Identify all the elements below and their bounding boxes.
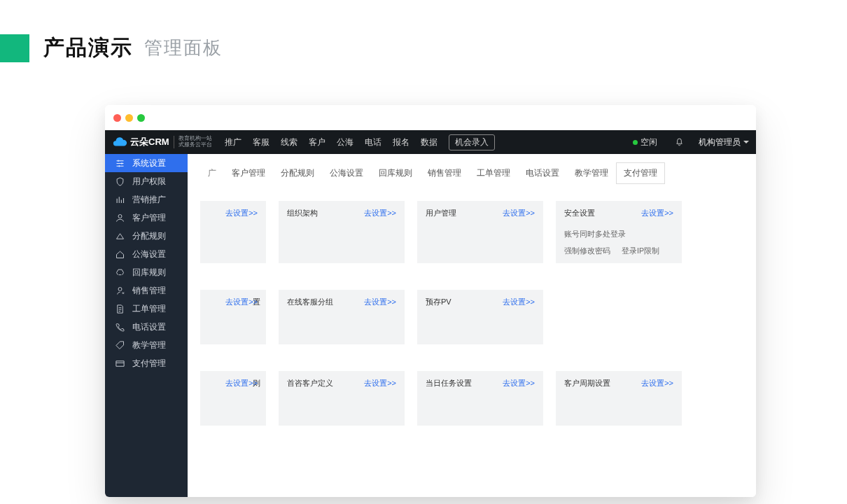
topnav-item[interactable]: 数据 <box>421 136 438 148</box>
go-settings-link[interactable]: 去设置>> <box>225 297 258 307</box>
house-icon <box>115 249 125 260</box>
sidebar-item-customer-mgmt[interactable]: 客户管理 <box>105 209 188 227</box>
settings-card[interactable]: 置 去设置>> <box>200 290 266 344</box>
go-settings-link[interactable]: 去设置>> <box>503 208 535 218</box>
logo-text: 云朵CRM <box>130 136 169 148</box>
go-settings-link[interactable]: 去设置>> <box>641 208 673 218</box>
sidebar-item-label: 支付管理 <box>132 358 166 370</box>
sidebar-item-label: 系统设置 <box>132 158 166 169</box>
logo-cloud-icon <box>112 134 127 150</box>
settings-card[interactable]: 客户周期设置 去设置>> <box>556 371 682 426</box>
sidebar-item-return-rules[interactable]: 回库规则 <box>105 263 188 281</box>
top-nav: 推广 客服 线索 客户 公海 电话 报名 数据 机会录入 <box>225 134 495 150</box>
sidebar-item-teaching-mgmt[interactable]: 教学管理 <box>105 336 188 354</box>
tab-item[interactable]: 公海设置 <box>322 162 371 184</box>
topnav-item[interactable]: 电话 <box>365 136 382 148</box>
tab-item[interactable]: 工单管理 <box>469 162 518 184</box>
sidebar-item-payment-mgmt[interactable]: 支付管理 <box>105 354 188 372</box>
tab-item[interactable]: 分配规则 <box>273 162 322 184</box>
cards-row: 则 去设置>> 首咨客户定义 去设置>> 当日任务设置 去设置>> 客户周期设置… <box>200 371 743 426</box>
sidebar-item-marketing[interactable]: 营销推广 <box>105 190 188 209</box>
tab-item[interactable]: 回库规则 <box>371 162 420 184</box>
go-settings-link[interactable]: 去设置>> <box>225 208 258 218</box>
sidebar-item-system-settings[interactable]: 系统设置 <box>105 154 188 172</box>
sidebar-item-label: 客户管理 <box>132 212 166 224</box>
card-title: 预存PV <box>426 298 451 306</box>
topnav-item[interactable]: 线索 <box>281 136 298 148</box>
recycle-icon <box>115 267 125 278</box>
go-settings-link[interactable]: 去设置>> <box>503 297 535 307</box>
settings-card[interactable]: 当日任务设置 去设置>> <box>417 371 543 426</box>
topnav-item[interactable]: 公海 <box>337 136 354 148</box>
card-title: 首咨客户定义 <box>287 379 333 387</box>
go-settings-link[interactable]: 去设置>> <box>503 378 535 388</box>
go-settings-link[interactable]: 去设置>> <box>364 208 396 218</box>
card-title: 用户管理 <box>426 209 456 217</box>
sliders-icon <box>115 158 125 169</box>
card-subitem: 强制修改密码 <box>564 246 610 256</box>
sidebar-item-label: 用户权限 <box>132 176 166 188</box>
sidebar-item-label: 工单管理 <box>132 303 166 315</box>
user-label: 机构管理员 <box>699 136 741 148</box>
bell-icon[interactable] <box>674 136 685 148</box>
card-title: 当日任务设置 <box>426 379 472 387</box>
document-icon <box>115 304 125 314</box>
settings-card[interactable]: 则 去设置>> <box>200 371 266 426</box>
cards-row: 置 去设置>> 在线客服分组 去设置>> 预存PV 去设置>> <box>200 290 743 344</box>
sidebar-item-label: 销售管理 <box>132 285 166 297</box>
phone-icon <box>115 322 125 332</box>
card-title: 在线客服分组 <box>287 298 333 306</box>
card-title: 客户周期设置 <box>564 379 610 387</box>
topnav-item[interactable]: 报名 <box>393 136 410 148</box>
go-settings-link[interactable]: 去设置>> <box>364 297 396 307</box>
settings-card[interactable]: 组织架构 去设置>> <box>279 201 405 263</box>
topnav-item[interactable]: 客服 <box>253 136 270 148</box>
sidebar-item-user-permissions[interactable]: 用户权限 <box>105 172 188 190</box>
sidebar-item-phone-settings[interactable]: 电话设置 <box>105 318 188 336</box>
settings-card[interactable]: 预存PV 去设置>> <box>417 290 543 344</box>
sidebar-item-public-pool[interactable]: 公海设置 <box>105 245 188 263</box>
status-text: 空闲 <box>640 136 657 148</box>
settings-card[interactable]: 去设置>> <box>200 201 266 263</box>
tab-item[interactable]: 教学管理 <box>567 162 616 184</box>
sidebar-item-label: 电话设置 <box>132 321 166 333</box>
settings-card[interactable]: 首咨客户定义 去设置>> <box>279 371 405 426</box>
settings-card[interactable]: 在线客服分组 去设置>> <box>279 290 405 344</box>
topnav-item[interactable]: 推广 <box>225 136 241 148</box>
sidebar-item-label: 公海设置 <box>132 248 166 260</box>
app-window: 云朵CRM 教育机构一站 式服务云平台 推广 客服 线索 客户 公海 电话 报名… <box>105 105 756 497</box>
card-subitems: 账号同时多处登录 强制修改密码 登录IP限制 <box>564 230 673 256</box>
go-settings-link[interactable]: 去设置>> <box>641 378 673 388</box>
tab-item[interactable]: 客户管理 <box>224 162 273 184</box>
tab-item[interactable]: 电话设置 <box>518 162 567 184</box>
distribute-icon <box>115 231 125 241</box>
logo-tagline-2: 式服务云平台 <box>178 142 212 148</box>
card-title: 安全设置 <box>564 209 595 217</box>
user-icon <box>115 213 125 223</box>
sidebar-item-ticket-mgmt[interactable]: 工单管理 <box>105 300 188 318</box>
sidebar-item-label: 分配规则 <box>132 230 166 242</box>
maximize-icon[interactable] <box>137 114 145 122</box>
heading-sub: 管理面板 <box>144 36 223 60</box>
user-menu[interactable]: 机构管理员 <box>699 136 749 148</box>
settings-card[interactable]: 安全设置 去设置>> 账号同时多处登录 强制修改密码 登录IP限制 <box>556 201 682 263</box>
window-traffic-lights <box>105 105 756 130</box>
tab-item[interactable]: 支付管理 <box>616 162 665 184</box>
tab-item[interactable]: 销售管理 <box>420 162 469 184</box>
record-button[interactable]: 机会录入 <box>449 134 495 150</box>
heading-main: 产品演示 <box>43 34 133 62</box>
heading-accent-bar <box>0 34 29 62</box>
close-icon[interactable] <box>113 114 121 122</box>
go-settings-link[interactable]: 去设置>> <box>225 378 258 388</box>
minimize-icon[interactable] <box>125 114 133 122</box>
logo-tagline: 教育机构一站 式服务云平台 <box>174 136 212 148</box>
app-header: 云朵CRM 教育机构一站 式服务云平台 推广 客服 线索 客户 公海 电话 报名… <box>105 130 756 154</box>
topnav-item[interactable]: 客户 <box>309 136 326 148</box>
tab-item[interactable]: 广 <box>200 162 224 184</box>
settings-card[interactable]: 用户管理 去设置>> <box>417 201 543 263</box>
sidebar-item-sales-mgmt[interactable]: 销售管理 <box>105 281 188 300</box>
cards-row: 去设置>> 组织架构 去设置>> 用户管理 去设置>> 安全设置 去设置>> 账… <box>200 201 743 263</box>
sidebar-item-assign-rules[interactable]: 分配规则 <box>105 227 188 245</box>
page-heading: 产品演示 管理面板 <box>0 34 847 62</box>
go-settings-link[interactable]: 去设置>> <box>364 378 396 388</box>
